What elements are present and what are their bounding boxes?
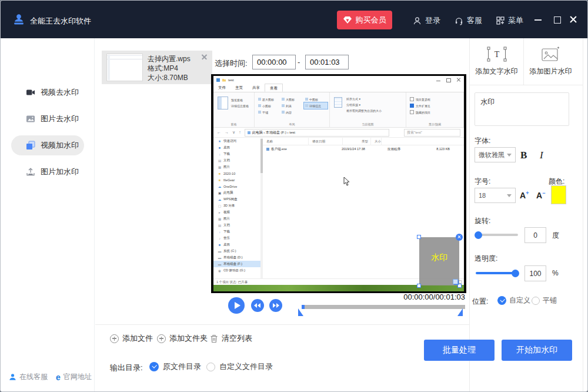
exe-file-icon bbox=[266, 148, 269, 151]
add-image-watermark-button[interactable]: 添加图片水印 bbox=[524, 38, 577, 85]
explorer-tree-item: ▸ 视频 bbox=[213, 209, 263, 215]
add-file-button[interactable]: 添加文件 bbox=[110, 333, 153, 344]
explorer-tree-item: ■ 2020-10 bbox=[213, 170, 263, 177]
opacity-label: 透明度: bbox=[475, 254, 497, 264]
font-select[interactable]: 微软雅黑 bbox=[475, 147, 516, 162]
window-maximize-button[interactable] bbox=[552, 15, 562, 24]
desktop-wallpaper-strip bbox=[213, 285, 464, 291]
ribbon-group-panes: 预览窗格详细信息窗格 窗格 bbox=[213, 92, 255, 127]
chevron-down-icon bbox=[507, 194, 512, 197]
watermark-overlay[interactable]: 水印 bbox=[419, 237, 459, 285]
resize-handle-bottom-left[interactable] bbox=[417, 284, 421, 288]
plus-circle-icon bbox=[157, 334, 166, 343]
explorer-tab: 主页 bbox=[230, 84, 248, 92]
mouse-cursor bbox=[343, 177, 350, 186]
window-minimize-button[interactable] bbox=[533, 15, 543, 24]
time-separator: - bbox=[298, 58, 300, 67]
watermark-resize-icon[interactable] bbox=[453, 279, 458, 284]
remove-file-icon[interactable] bbox=[201, 54, 208, 60]
explorer-tab: 查看 bbox=[265, 84, 283, 92]
video-preview[interactable]: test 文件主页共享查看 预览窗格详细信息窗格 窗格 超大图标大图标中图标小图… bbox=[211, 74, 466, 293]
buy-membership-button[interactable]: 购买会员 bbox=[337, 11, 392, 29]
add-folder-button[interactable]: 添加文件夹 bbox=[157, 333, 208, 344]
window-close-button[interactable] bbox=[569, 15, 578, 24]
explorer-tree-item: ▬ 系统 (C:) bbox=[213, 248, 263, 254]
playback-time: 00:00:00/00:01:03 bbox=[348, 293, 465, 301]
italic-button[interactable]: I bbox=[540, 150, 543, 161]
radio-unchecked-icon bbox=[532, 297, 540, 305]
file-list-item[interactable]: 去掉内置.wps 格式:MP4 大小:8.70MB bbox=[102, 51, 212, 84]
batch-process-button[interactable]: 批量处理 bbox=[424, 340, 495, 361]
menu-grid-icon bbox=[496, 16, 505, 25]
plus-circle-icon bbox=[110, 334, 119, 343]
opacity-slider-knob[interactable] bbox=[512, 270, 519, 277]
explorer-window-title: test bbox=[228, 78, 234, 82]
progress-bar[interactable] bbox=[302, 305, 465, 309]
right-scroll-track bbox=[583, 38, 583, 392]
ribbon-group-layout: 超大图标大图标中图标小图标列表详细信息平铺内容 布局 bbox=[255, 92, 330, 127]
image-watermark-icon bbox=[542, 46, 560, 62]
explorer-tree-item: ☁ OneDrive bbox=[213, 183, 263, 190]
explorer-tree-item: ★ 快速访问 bbox=[213, 138, 263, 144]
ribbon-group-current-view: 排序方式 ▾分组依据 ▾将所有列调整为合适的大小 当前视图 bbox=[330, 92, 406, 127]
position-option-custom[interactable]: 自定义 bbox=[497, 295, 530, 305]
color-swatch[interactable] bbox=[551, 185, 566, 204]
font-size-label: 字号: bbox=[475, 177, 490, 187]
sidebar-item-video-remove-watermark[interactable]: 视频去水印 bbox=[11, 82, 84, 102]
app-window: 全能王去水印软件 购买会员 登录 客服 菜单 视频去水印 图片去水印 bbox=[0, 0, 588, 392]
output-option-original[interactable]: 原文件目录 bbox=[149, 361, 201, 372]
image-icon bbox=[26, 114, 35, 124]
time-end-input[interactable] bbox=[305, 55, 349, 69]
rotate-slider-knob[interactable] bbox=[475, 231, 482, 239]
sidebar-footer: 在线客服 e 官网地址 bbox=[1, 372, 95, 382]
svg-text:T: T bbox=[494, 50, 499, 59]
position-option-tile[interactable]: 平铺 bbox=[532, 295, 557, 305]
video-camera-icon bbox=[26, 88, 35, 97]
forward-button[interactable] bbox=[269, 299, 282, 312]
menu-button[interactable]: 菜单 bbox=[496, 15, 523, 26]
opacity-value-input[interactable] bbox=[524, 265, 546, 281]
user-icon bbox=[413, 16, 422, 25]
watermark-overlay-text: 水印 bbox=[419, 253, 459, 263]
radio-checked-icon bbox=[497, 296, 506, 305]
rotate-unit: 度 bbox=[552, 231, 559, 241]
login-button[interactable]: 登录 bbox=[413, 15, 440, 26]
gem-icon bbox=[343, 16, 352, 24]
rotate-value-input[interactable] bbox=[524, 227, 546, 243]
time-start-input[interactable] bbox=[252, 55, 296, 69]
start-watermark-button[interactable]: 开始加水印 bbox=[502, 340, 572, 361]
sidebar-item-image-add-watermark[interactable]: 图片加水印 bbox=[11, 162, 84, 182]
output-dir-label: 输出目录: bbox=[110, 363, 143, 373]
file-name: 去掉内置.wps bbox=[148, 54, 191, 64]
bold-button[interactable]: B bbox=[520, 150, 527, 161]
online-service-link[interactable]: 在线客服 bbox=[9, 372, 48, 382]
explorer-tree-item: ▬ 本地磁盘 (F:) bbox=[213, 261, 263, 267]
explorer-tree-item: ↓ 下载 bbox=[213, 228, 263, 235]
opacity-slider[interactable] bbox=[476, 272, 518, 274]
support-button[interactable]: 客服 bbox=[455, 15, 482, 26]
resize-handle-top-left[interactable] bbox=[417, 235, 421, 239]
watermark-text-input[interactable]: 水印 bbox=[475, 92, 569, 126]
explorer-tab: 文件 bbox=[213, 84, 230, 92]
font-size-decrease-button[interactable]: A− bbox=[536, 190, 545, 200]
sidebar-item-video-add-watermark[interactable]: 视频加水印 bbox=[11, 135, 84, 155]
trim-marker-start[interactable] bbox=[298, 308, 303, 316]
font-size-increase-button[interactable]: A+ bbox=[520, 190, 529, 200]
trim-marker-end[interactable] bbox=[457, 308, 463, 316]
watermark-delete-icon[interactable] bbox=[456, 234, 463, 241]
trash-icon bbox=[210, 334, 218, 343]
explorer-tree-item: ▬ 本地磁盘 (D:) bbox=[213, 254, 263, 261]
rotate-slider[interactable] bbox=[476, 234, 518, 236]
rewind-button[interactable] bbox=[251, 299, 264, 312]
explorer-app-icon bbox=[216, 78, 220, 82]
play-button[interactable] bbox=[228, 297, 245, 314]
add-text-watermark-button[interactable]: T 添加文字水印 bbox=[470, 38, 523, 85]
service-person-icon bbox=[9, 373, 16, 381]
explorer-folder-icon bbox=[222, 78, 226, 82]
clear-list-button[interactable]: 清空列表 bbox=[210, 333, 252, 344]
font-size-select[interactable]: 18 bbox=[475, 188, 516, 203]
right-panel-divider bbox=[470, 85, 583, 85]
sidebar-item-image-remove-watermark[interactable]: 图片去水印 bbox=[11, 109, 84, 129]
website-link[interactable]: e 官网地址 bbox=[56, 372, 92, 382]
output-option-custom[interactable]: 自定义文件目录 bbox=[206, 361, 273, 372]
